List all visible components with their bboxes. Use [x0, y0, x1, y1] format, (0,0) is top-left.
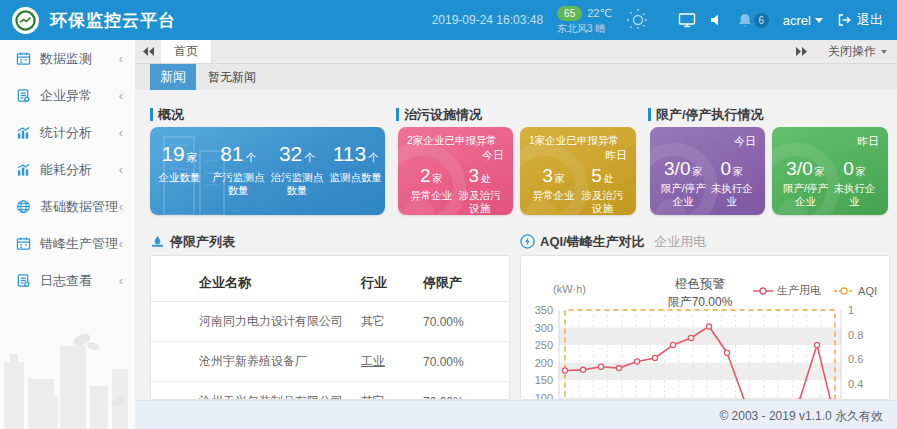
- sidebar-item-peak-production[interactable]: 错峰生产管理 ‹: [0, 225, 135, 262]
- wind-label: 东北风3: [557, 23, 593, 34]
- stat-restricted-enterprises: 3/0家 限产/停产企业: [659, 158, 708, 208]
- weather-widget: 65 22℃ 东北风3 晴: [557, 6, 612, 35]
- table-row: 沧州宇新养殖设备厂 工业 70.00%: [151, 342, 509, 382]
- section-title-restriction: 限产/停产执行情况: [648, 107, 764, 122]
- speaker-icon[interactable]: [710, 13, 724, 27]
- bar-chart-icon: [16, 162, 31, 177]
- card-headline: 1家企业已申报异常: [529, 134, 627, 148]
- col-enterprise-name: 企业名称: [151, 266, 361, 302]
- stat-non-executing-enterprises: 0家 未执行企业: [708, 158, 757, 208]
- col-industry: 行业: [361, 266, 423, 302]
- notifications-button[interactable]: 6: [738, 13, 769, 28]
- chevron-left-icon: ‹: [119, 162, 123, 177]
- sidebar-item-label: 错峰生产管理: [40, 235, 118, 253]
- tab-home[interactable]: 首页: [161, 40, 212, 63]
- svg-text:0.6: 0.6: [848, 353, 863, 365]
- tabs-scroll-left-button[interactable]: [135, 40, 161, 63]
- user-menu[interactable]: acrel: [783, 13, 823, 28]
- footer: © 2003 - 2019 v1.1.0 永久有效: [135, 400, 897, 429]
- chevron-left-icon: ‹: [119, 236, 123, 251]
- legend-marker-icon: [753, 287, 773, 295]
- brand: 环保监控云平台: [0, 7, 176, 34]
- top-header: 环保监控云平台 2019-09-24 16:03:48 65 22℃ 东北风3 …: [0, 0, 897, 40]
- notification-badge: 6: [754, 13, 769, 28]
- svg-text:150: 150: [535, 374, 553, 386]
- suspension-ratio: 70.00%: [423, 342, 509, 382]
- sidebar-item-energy-analysis[interactable]: 能耗分析 ‹: [0, 151, 135, 188]
- double-chevron-right-icon: [796, 47, 807, 56]
- card-day-label: 今日: [407, 148, 504, 163]
- restriction-today-card: 今日 3/0家 限产/停产企业 0家 未执行企业: [650, 127, 765, 215]
- industry: 其它: [361, 302, 423, 342]
- chevron-left-icon: ‹: [119, 199, 123, 214]
- section-title-overview: 概况: [150, 107, 184, 122]
- sidebar-item-label: 日志查看: [40, 272, 92, 290]
- logout-label: 退出: [857, 11, 883, 29]
- tab-bar: 首页 关闭操作: [135, 40, 897, 64]
- stat-abnormal-enterprises: 3家 异常企业: [529, 165, 578, 215]
- overview-stat-enterprises: 19家 企业数量: [150, 142, 209, 197]
- bell-icon: [738, 13, 752, 28]
- stat-non-executing-enterprises: 0家 未执行企业: [830, 158, 879, 208]
- tab-label: 首页: [174, 43, 198, 60]
- double-chevron-left-icon: [143, 47, 154, 56]
- copyright-label: © 2003 - 2019 v1.1.0 永久有效: [719, 408, 883, 425]
- legend-aqi[interactable]: AQI: [834, 283, 877, 298]
- close-operations-label: 关闭操作: [828, 43, 876, 60]
- tabs-scroll-right-button[interactable]: [788, 40, 814, 63]
- sidebar-nav: 数据监测 ‹ 企业异常 ‹ 统计分析 ‹ 能耗分析 ‹ 基础数据管理 ‹ 错峰生…: [0, 40, 136, 429]
- chevron-left-icon: ‹: [119, 88, 123, 103]
- svg-text:100: 100: [535, 392, 553, 401]
- treatment-yesterday-card: 1家企业已申报异常 昨日 3家 异常企业 5处 涉及治污设施: [520, 127, 636, 215]
- chart-legend: 生产用电 AQI: [753, 283, 877, 298]
- monitor-icon[interactable]: [678, 12, 696, 28]
- table-header-row: 企业名称 行业 停限产: [151, 266, 509, 302]
- industry-link[interactable]: 工业: [361, 354, 385, 368]
- sidebar-item-data-monitoring[interactable]: 数据监测 ‹: [0, 40, 135, 77]
- legend-marker-icon: [834, 287, 854, 295]
- section-title-treatment: 治污设施情况: [396, 107, 482, 122]
- calendar-icon: [16, 51, 31, 66]
- sidebar-item-statistics[interactable]: 统计分析 ‹: [0, 114, 135, 151]
- sidebar-item-enterprise-abnormal[interactable]: 企业异常 ‹: [0, 77, 135, 114]
- faucet-icon: [150, 234, 165, 249]
- bar-chart-icon: [16, 125, 31, 140]
- weather-desc-label: 晴: [595, 23, 605, 34]
- overview-stat-treatment-points: 32个 治污监测点数量: [268, 142, 327, 197]
- sidebar-item-base-data[interactable]: 基础数据管理 ‹: [0, 188, 135, 225]
- enterprise-power-link[interactable]: 企业用电: [654, 234, 706, 249]
- suspension-ratio: 70.00%: [423, 382, 509, 401]
- globe-icon: [16, 199, 31, 214]
- news-button[interactable]: 新闻: [150, 64, 196, 90]
- logout-button[interactable]: 退出: [837, 11, 883, 29]
- city-skyline-watermark: [0, 324, 135, 429]
- svg-text:200: 200: [535, 357, 553, 369]
- logout-icon: [837, 13, 852, 27]
- svg-text:250: 250: [535, 339, 553, 351]
- table-row: 沧州天兴包装制品有限公司 其它 70.00%: [151, 382, 509, 401]
- table-row: 河南同力电力设计有限公司 其它 70.00%: [151, 302, 509, 342]
- enterprise-name: 沧州宇新养殖设备厂: [151, 342, 361, 382]
- section-title-suspension-list: 停限产列表: [150, 234, 235, 249]
- suspension-ratio: 70.00%: [423, 302, 509, 342]
- overview-stat-monitor-points: 113个 监测点数量: [326, 142, 385, 197]
- svg-text:1: 1: [848, 306, 854, 316]
- caret-down-icon: [881, 50, 887, 54]
- card-day-label: 昨日: [529, 148, 627, 163]
- aqi-chart-panel: (kW·h) 橙色预警 限产70.00% 生产用电 AQI 3503002: [520, 255, 890, 400]
- calendar-icon: [16, 236, 31, 251]
- sidebar-item-label: 数据监测: [40, 50, 92, 68]
- restriction-yesterday-card: 昨日 3/0家 限产/停产企业 0家 未执行企业: [772, 127, 888, 215]
- file-icon: [16, 88, 31, 103]
- enterprise-name: 河南同力电力设计有限公司: [151, 302, 361, 342]
- datetime: 2019-09-24 16:03:48: [432, 13, 543, 27]
- close-operations-menu[interactable]: 关闭操作: [828, 43, 887, 60]
- temperature-label: 22℃: [587, 7, 612, 20]
- main-content: 首页 关闭操作 新闻 暂无新闻 概况 治污设施情况 限产/停产执行情况: [135, 40, 897, 429]
- sidebar-item-logs[interactable]: 日志查看 ‹: [0, 262, 135, 299]
- svg-text:0.8: 0.8: [848, 329, 863, 341]
- section-title-aqi-compare: AQI/错峰生产对比 企业用电: [520, 234, 706, 249]
- industry: 其它: [361, 382, 423, 401]
- legend-production-power[interactable]: 生产用电: [753, 283, 821, 298]
- stat-restricted-enterprises: 3/0家 限产/停产企业: [781, 158, 830, 208]
